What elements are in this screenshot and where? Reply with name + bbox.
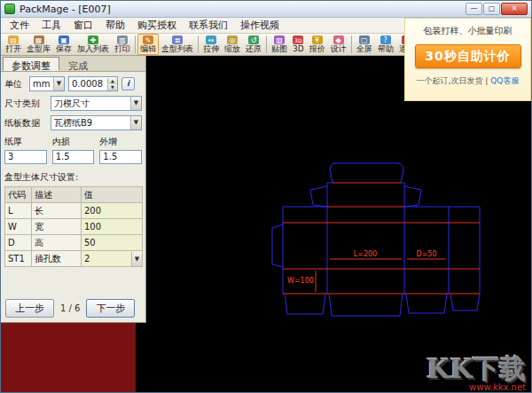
- self-quote-button[interactable]: 30秒自助计价: [415, 44, 521, 68]
- table-row: W 宽 100: [5, 219, 143, 235]
- print-button[interactable]: ▥ 打印: [112, 34, 133, 55]
- width-value-cell[interactable]: 100: [82, 219, 143, 235]
- toolbar-separator: [135, 35, 136, 53]
- chevron-down-icon[interactable]: ▼: [130, 97, 141, 110]
- depth-value: 50: [84, 238, 96, 248]
- size-type-select[interactable]: 刀模尺寸 ▼: [51, 96, 142, 111]
- tab-finish[interactable]: 完成: [59, 57, 97, 71]
- row-desc: 高: [32, 235, 82, 251]
- zoom-label: 缩放: [224, 44, 240, 53]
- row-code: D: [5, 235, 32, 251]
- toolbar-separator: [351, 35, 352, 53]
- menu-item-buy-license[interactable]: 购买授权: [131, 18, 183, 33]
- box-library-label: 盒型库: [27, 44, 51, 53]
- unit-value: mm: [33, 79, 50, 89]
- help-label: 帮助: [378, 44, 394, 53]
- paper-params: 纸厚 3 内损 1.5 外增 1.5: [4, 136, 142, 164]
- promo-separator: |: [485, 76, 488, 85]
- qq-service-link[interactable]: QQ客服: [490, 76, 519, 85]
- chevron-down-icon[interactable]: ▼: [130, 116, 141, 130]
- print-label: 打印: [114, 44, 130, 53]
- size-type-row: 尺寸类别 刀模尺寸 ▼: [4, 96, 142, 111]
- inner-loss-input[interactable]: 1.5: [52, 150, 95, 164]
- board-select[interactable]: 瓦楞纸B9 ▼: [51, 115, 142, 130]
- stretch-button[interactable]: ↔ 拉伸: [200, 34, 222, 55]
- restore-label: 还原: [246, 44, 262, 53]
- thickness-input[interactable]: 3: [4, 150, 47, 164]
- row-desc: 长: [32, 203, 82, 219]
- edit-label: 编辑: [140, 44, 156, 53]
- open-icon: ▤: [8, 35, 19, 44]
- promo-text-bottom: 一个起订,次日发货 | QQ客服: [409, 75, 527, 87]
- app-logo-icon: [4, 4, 15, 14]
- three-d-button[interactable]: 3D 3D: [290, 34, 307, 55]
- restore-button[interactable]: ↺ 还原: [243, 34, 264, 55]
- menu-item-video[interactable]: 操作视频: [234, 18, 286, 33]
- help-icon: ?: [380, 35, 391, 44]
- col-header-code: 代码: [5, 187, 32, 203]
- slot-count-select[interactable]: 2 ▼: [82, 251, 143, 267]
- unit-select[interactable]: mm ▼: [29, 76, 65, 91]
- design-button[interactable]: ◆ 设计: [328, 34, 349, 55]
- table-row: L 长 200: [5, 203, 143, 219]
- menu-item-window[interactable]: 窗口: [67, 18, 99, 33]
- texture-icon: ▧: [274, 35, 285, 44]
- outer-gain-input[interactable]: 1.5: [99, 150, 142, 164]
- box-library-button[interactable]: ▦ 盒型库: [24, 34, 53, 55]
- arrow-down-icon[interactable]: ▼: [108, 84, 117, 90]
- add-to-list-button[interactable]: ✚ 加入列表: [74, 34, 112, 55]
- minimize-button[interactable]: —: [466, 3, 482, 15]
- thickness-field: 纸厚 3: [4, 136, 47, 164]
- row-desc: 宽: [32, 219, 82, 235]
- site-watermark: KK下载 www.kkx.net: [426, 356, 526, 392]
- inner-loss-label: 内损: [52, 136, 95, 148]
- texture-button[interactable]: ▧ 贴图: [269, 34, 290, 55]
- board-value: 瓦楞纸B9: [54, 117, 92, 130]
- edit-button[interactable]: ✎ 编辑: [137, 34, 159, 55]
- inner-loss-field: 内损 1.5: [52, 136, 95, 164]
- stepper-arrows[interactable]: ▲▼: [107, 78, 117, 90]
- depth-value-cell[interactable]: 50: [82, 235, 143, 251]
- dimensions-table: 代码 描述 值 L 长 200 W 宽 100 D 高: [4, 186, 143, 267]
- next-step-button[interactable]: 下一步: [86, 299, 135, 318]
- arrow-up-icon[interactable]: ▲: [108, 78, 117, 84]
- maximize-button[interactable]: ▢: [483, 3, 500, 15]
- previous-step-button[interactable]: 上一步: [5, 299, 54, 318]
- menu-item-contact-us[interactable]: 联系我们: [183, 18, 234, 33]
- menu-item-help[interactable]: 帮助: [99, 18, 131, 33]
- window-title: PackMage - [E007]: [20, 4, 466, 15]
- add-to-list-label: 加入列表: [77, 44, 109, 53]
- size-type-label: 尺寸类别: [4, 98, 47, 110]
- open-button[interactable]: ▤ 打开: [3, 34, 24, 55]
- box-list-button[interactable]: ≣ 盒型列表: [159, 34, 196, 55]
- menu-item-tools[interactable]: 工具: [35, 18, 67, 33]
- row-code: W: [5, 219, 32, 235]
- length-value: 200: [84, 206, 101, 216]
- table-row: ST1 插孔数 2 ▼: [5, 251, 143, 267]
- dimension-label-width: W=100: [287, 277, 314, 285]
- menu-item-file[interactable]: 文件: [4, 18, 35, 33]
- zoom-button[interactable]: ◎ 缩放: [222, 34, 243, 55]
- save-label: 保存: [56, 44, 72, 53]
- quote-button[interactable]: ¥ 报价: [307, 34, 328, 55]
- chevron-down-icon[interactable]: ▼: [53, 77, 64, 90]
- outer-gain-field: 外增 1.5: [99, 136, 142, 164]
- title-bar: PackMage - [E007] — ▢ ✕: [1, 1, 531, 18]
- dimension-label-length: L=200: [354, 250, 377, 258]
- length-value-cell[interactable]: 200: [82, 203, 143, 219]
- design-icon: ◆: [333, 35, 344, 44]
- chevron-down-icon[interactable]: ▼: [131, 252, 142, 266]
- red-overlay-block: [1, 323, 136, 393]
- close-button[interactable]: ✕: [501, 3, 528, 15]
- help-button[interactable]: ? 帮助: [375, 34, 396, 55]
- precision-stepper[interactable]: 0.0008 ▲▼: [68, 76, 118, 91]
- info-button[interactable]: i: [121, 77, 135, 90]
- fullscreen-button[interactable]: ▢ 全屏: [354, 34, 375, 55]
- col-header-value: 值: [82, 187, 143, 203]
- board-label: 纸板数据: [4, 117, 47, 130]
- toolbar-separator: [266, 35, 267, 53]
- tab-parameter-adjust[interactable]: 参数调整: [3, 57, 59, 71]
- save-button[interactable]: ▣ 保存: [53, 34, 74, 55]
- zoom-icon: ◎: [227, 35, 238, 44]
- save-icon: ▣: [59, 35, 69, 44]
